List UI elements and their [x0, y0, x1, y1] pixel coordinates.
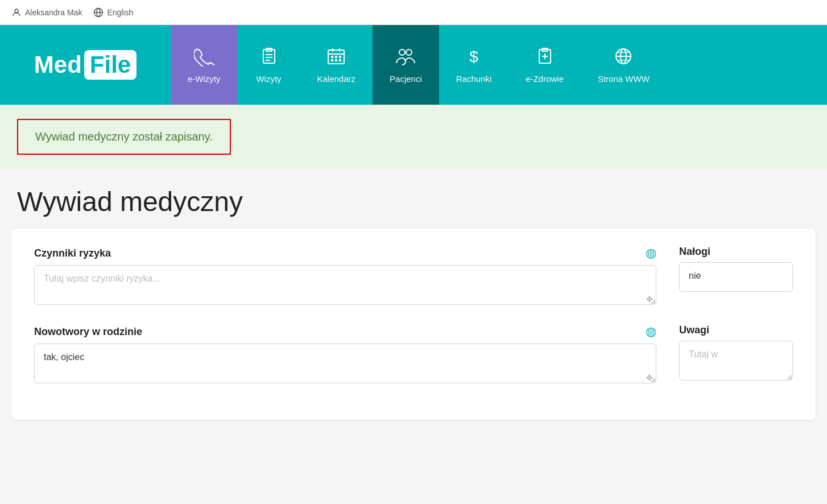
clock-icon-czynniki[interactable]: ◍ — [646, 246, 656, 261]
page-title: Wywiad medyczny — [17, 186, 810, 217]
nalogi-value: nie — [679, 262, 793, 292]
success-text: Wywiad medyczny został zapisany. — [35, 130, 213, 143]
svg-rect-13 — [331, 56, 333, 58]
field-czynniki-ryzyka: Czynniki ryzyka ◍ ✥ — [34, 246, 656, 307]
svg-rect-15 — [339, 56, 341, 58]
language-selector[interactable]: English — [93, 7, 133, 18]
nowotwory-input-wrapper: tak, ojciec ✥ — [34, 344, 656, 386]
top-bar: Aleksandra Mak English — [0, 0, 827, 25]
nav-item-e-wizyty[interactable]: e-Wizyty — [171, 25, 238, 105]
calendar-icon — [326, 46, 346, 69]
success-box: Wywiad medyczny został zapisany. — [17, 119, 231, 155]
globe-icon — [93, 7, 104, 18]
svg-point-0 — [15, 9, 18, 13]
nav-items: e-Wizyty Wizyty — [171, 25, 827, 105]
czynniki-input-wrapper: ✥ — [34, 265, 656, 307]
main-content: Wywiad medyczny został zapisany. Wywiad … — [0, 105, 827, 420]
logo[interactable]: Med File — [0, 25, 171, 105]
czynniki-ryzyka-input[interactable] — [34, 265, 656, 305]
svg-rect-17 — [335, 59, 337, 61]
form-card: Czynniki ryzyka ◍ ✥ Nałogi nie Nowotwory… — [11, 229, 816, 420]
logo-file: File — [84, 50, 137, 80]
svg-point-20 — [406, 49, 412, 55]
nav-item-pacjenci[interactable]: Pacjenci — [373, 25, 439, 105]
field-uwagi: Uwagi — [679, 324, 793, 383]
nav-item-rachunki[interactable]: $ Rachunki — [439, 25, 509, 105]
nav-label-pacjenci: Pacjenci — [390, 74, 422, 84]
user-icon — [11, 7, 22, 18]
nav-label-strona-www: Strona WWW — [598, 74, 650, 84]
uwagi-input[interactable] — [679, 341, 793, 381]
nav-label-e-zdrowie: e-Zdrowie — [526, 74, 564, 84]
nowotwory-input[interactable]: tak, ojciec — [34, 344, 656, 383]
globe-nav-icon — [613, 46, 634, 69]
logo-med: Med — [34, 51, 82, 79]
field-nalogi: Nałogi nie — [679, 246, 793, 292]
svg-point-19 — [399, 49, 405, 55]
svg-rect-16 — [331, 59, 333, 61]
phone-icon — [194, 46, 214, 69]
user-name: Aleksandra Mak — [25, 8, 82, 17]
svg-rect-18 — [339, 59, 341, 61]
uwagi-label: Uwagi — [679, 324, 793, 336]
field-nowotwory-label: Nowotwory w rodzinie — [34, 326, 142, 338]
clipboard-icon — [259, 46, 279, 69]
nav-item-wizyty[interactable]: Wizyty — [238, 25, 300, 105]
field-nowotwory-header: Nowotwory w rodzinie ◍ — [34, 324, 656, 339]
form-row-1: Czynniki ryzyka ◍ ✥ Nałogi nie — [34, 246, 793, 307]
field-nowotwory: Nowotwory w rodzinie ◍ tak, ojciec ✥ — [34, 324, 656, 386]
patients-icon — [394, 46, 417, 69]
language-label: English — [107, 8, 133, 17]
nav-item-e-zdrowie[interactable]: e-Zdrowie — [508, 25, 581, 105]
navigation: Med File e-Wizyty — [0, 25, 827, 105]
nav-label-wizyty: Wizyty — [256, 74, 281, 84]
nav-item-strona-www[interactable]: Strona WWW — [581, 25, 667, 105]
clock-icon-nowotwory[interactable]: ◍ — [646, 324, 656, 339]
medclip-icon — [535, 46, 555, 69]
user-info[interactable]: Aleksandra Mak — [11, 7, 82, 18]
svg-text:$: $ — [469, 48, 478, 65]
dollar-icon: $ — [464, 46, 484, 69]
field-czynniki-label: Czynniki ryzyka — [34, 247, 111, 259]
svg-rect-14 — [335, 56, 337, 58]
nav-label-e-wizyty: e-Wizyty — [188, 74, 221, 84]
field-czynniki-header: Czynniki ryzyka ◍ — [34, 246, 656, 261]
nav-item-kalendarz[interactable]: Kalendarz — [300, 25, 373, 105]
page-title-section: Wywiad medyczny — [0, 169, 827, 229]
success-banner: Wywiad medyczny został zapisany. — [0, 105, 827, 169]
form-row-2: Nowotwory w rodzinie ◍ tak, ojciec ✥ Uwa… — [34, 324, 793, 386]
nav-label-rachunki: Rachunki — [456, 74, 492, 84]
nalogi-label: Nałogi — [679, 246, 793, 258]
nav-label-kalendarz: Kalendarz — [317, 74, 356, 84]
